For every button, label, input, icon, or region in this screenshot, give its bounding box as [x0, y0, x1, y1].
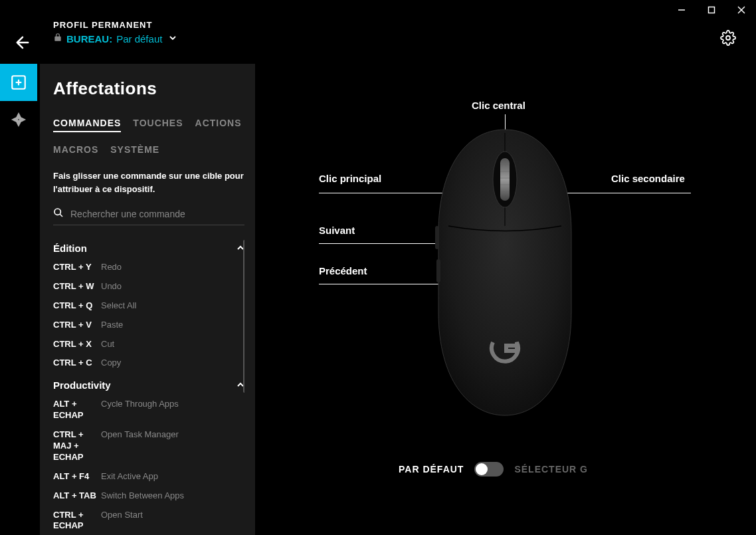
svg-rect-21: [435, 226, 439, 249]
svg-point-4: [726, 36, 730, 40]
scrollbar[interactable]: [243, 240, 244, 393]
tab-macros[interactable]: MACROS: [53, 144, 98, 158]
back-button[interactable]: [13, 33, 32, 54]
callout-line: [319, 284, 438, 284]
assignments-tab-button[interactable]: [0, 64, 37, 101]
tab-touches[interactable]: TOUCHES: [133, 118, 183, 132]
settings-button[interactable]: [720, 30, 736, 49]
bureau-label: BUREAU:: [66, 33, 112, 45]
command-item[interactable]: CTRL + QSelect All: [53, 300, 244, 312]
profile-selector[interactable]: BUREAU: Par défaut: [53, 33, 177, 45]
panel-title: Affectations: [53, 78, 244, 99]
callout-secondary-click: Clic secondaire: [611, 173, 685, 184]
default-label: Par défaut: [116, 33, 162, 45]
svg-marker-11: [19, 117, 25, 123]
left-rail: [0, 64, 37, 138]
search-icon: [53, 207, 64, 221]
tab-actions[interactable]: ACTIONS: [195, 118, 242, 132]
command-item[interactable]: ALT + F4Exit Active App: [53, 471, 244, 482]
section-header-edition[interactable]: Édition: [53, 243, 244, 254]
search-row: [53, 207, 244, 225]
search-input[interactable]: [70, 209, 244, 219]
assignments-panel: Affectations COMMANDES TOUCHES ACTIONS M…: [40, 64, 255, 535]
command-item[interactable]: CTRL + YRedo: [53, 262, 244, 273]
mouse-image: [428, 126, 581, 419]
command-item[interactable]: CTRL + WUndo: [53, 281, 244, 292]
command-item[interactable]: CTRL + MAJ + ECHAPOpen Task Manager: [53, 429, 244, 463]
toggle-knob: [476, 463, 488, 475]
category-tabs: COMMANDES TOUCHES ACTIONS MACROS SYSTÈME: [53, 118, 244, 158]
chevron-down-icon: [169, 33, 177, 45]
svg-point-12: [54, 209, 60, 215]
callout-line: [319, 243, 435, 244]
mode-toggle[interactable]: [474, 462, 504, 477]
section-header-productivity[interactable]: Productivity: [53, 379, 244, 391]
maximize-button[interactable]: [696, 0, 726, 20]
callout-primary-click: Clic principal: [319, 173, 381, 184]
close-button[interactable]: [726, 0, 756, 20]
minimize-button[interactable]: [666, 0, 696, 20]
command-item[interactable]: CTRL + CCopy: [53, 358, 244, 369]
command-list[interactable]: Édition CTRL + YRedo CTRL + WUndo CTRL +…: [53, 240, 244, 535]
callout-forward: Suivant: [319, 225, 355, 236]
command-item[interactable]: ALT + TABSwitch Between Apps: [53, 490, 244, 502]
command-item[interactable]: CTRL + XCut: [53, 339, 244, 350]
device-visualization: Clic central Clic principal Clic seconda…: [266, 100, 744, 445]
profile-label: PROFIL PERMANENT: [53, 20, 177, 30]
callout-back: Précédent: [319, 265, 367, 276]
section-title: Productivity: [53, 379, 111, 391]
instruction-text: Fais glisser une commande sur une cible …: [53, 169, 244, 195]
svg-marker-10: [13, 117, 19, 123]
command-item[interactable]: ALT + ECHAPCycle Through Apps: [53, 399, 244, 421]
tab-commandes[interactable]: COMMANDES: [53, 118, 121, 132]
section-title: Édition: [53, 243, 87, 254]
default-mode-label: PAR DÉFAUT: [399, 464, 464, 475]
command-item[interactable]: CTRL + ECHAPOpen Start: [53, 510, 244, 532]
gselector-mode-label: SÉLECTEUR G: [514, 464, 588, 475]
tab-systeme[interactable]: SYSTÈME: [110, 144, 159, 158]
command-item[interactable]: CTRL + VPaste: [53, 320, 244, 331]
svg-rect-22: [436, 259, 440, 282]
profile-header: PROFIL PERMANENT BUREAU: Par défaut: [53, 20, 177, 45]
footer-toggle-row: PAR DÉFAUT SÉLECTEUR G: [399, 462, 588, 477]
window-controls: [666, 0, 756, 20]
svg-line-13: [60, 214, 62, 217]
lock-icon: [53, 33, 62, 45]
svg-rect-1: [708, 7, 714, 13]
sensitivity-tab-button[interactable]: [0, 101, 37, 138]
svg-rect-15: [500, 158, 510, 201]
callout-middle-click: Clic central: [472, 100, 525, 111]
